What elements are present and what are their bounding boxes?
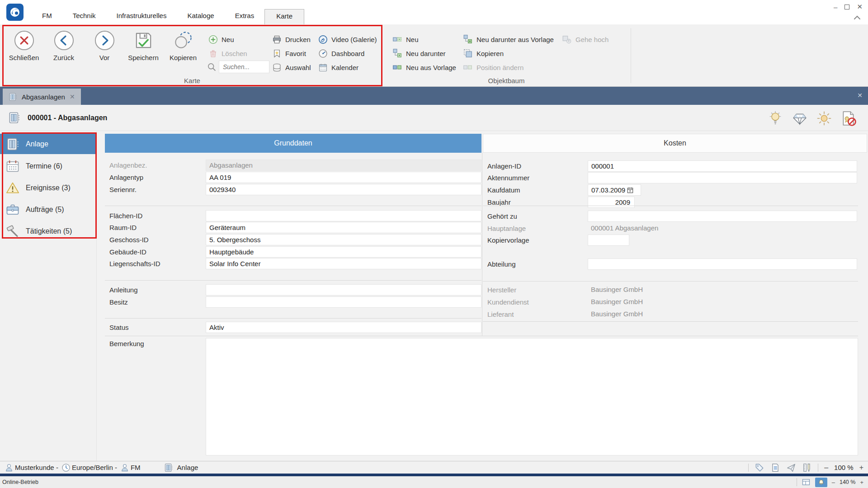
ribbon: Schließen Zurück Vor Speichern Kopieren [0, 24, 868, 87]
forward-button[interactable]: Vor [84, 30, 125, 61]
copy-card-button[interactable]: Kopieren [163, 30, 203, 61]
dashboard-button[interactable]: Dashboard [318, 47, 364, 59]
tree-copy-button[interactable]: Kopieren [463, 47, 504, 59]
document-tab-abgasanlagen[interactable]: Abgasanlagen ✕ [3, 89, 81, 105]
document-tab-close-icon[interactable]: ✕ [70, 93, 75, 100]
elevator-icon [164, 463, 173, 472]
anlagenbez-field: Abgasanlagen [206, 160, 481, 171]
tree-new-below-button[interactable]: Neu darunter [392, 47, 446, 59]
selection-button[interactable]: Auswahl [272, 61, 311, 73]
close-card-button[interactable]: Schließen [4, 30, 44, 61]
tag-icon[interactable] [755, 463, 764, 473]
sidebar-item-ereignisse[interactable]: Ereignisse (3) [0, 178, 97, 198]
tab-fm[interactable]: FM [32, 9, 62, 22]
liegenschafts-id-field[interactable]: Solar Info Center [206, 258, 481, 269]
sun-icon[interactable] [816, 110, 833, 127]
sidebar-item-termine[interactable]: Termine (6) [0, 156, 97, 176]
copy-card-label: Kopieren [170, 54, 197, 61]
calendar-small-icon [318, 63, 328, 72]
ruler-pencil-icon[interactable] [802, 463, 812, 473]
ribbon-group-objektbaum-label: Objektbaum [452, 77, 561, 84]
sidebar-item-label: Termine (6) [26, 162, 62, 170]
hauptanlage-field: 000001 Abgasanlagen [588, 223, 857, 234]
table-icon[interactable] [802, 478, 811, 487]
tree-new-below-label: Neu darunter [406, 50, 446, 57]
gehoert-zu-field[interactable] [588, 211, 857, 222]
send-icon[interactable] [786, 463, 796, 473]
anleitung-field[interactable] [206, 284, 481, 296]
page-title-bar: 000001 - Abgasanlagen [0, 105, 868, 131]
section-header-grunddaten[interactable]: Grunddaten [105, 134, 481, 153]
status-field[interactable]: Aktiv [206, 322, 481, 333]
close-window-button[interactable]: ✕ [857, 3, 863, 11]
print-button[interactable]: Drucken [272, 33, 311, 45]
calendar-button[interactable]: Kalender [318, 61, 359, 73]
minimize-button[interactable]: – [834, 3, 837, 11]
delete-button[interactable]: Löschen [208, 47, 247, 59]
seriennr-field[interactable]: 0029340 [206, 184, 481, 195]
back-label: Zurück [53, 54, 74, 61]
datepicker-icon[interactable] [627, 187, 633, 193]
sidebar-item-anlage[interactable]: Anlage [0, 134, 97, 154]
anlagentyp-field[interactable]: AA 019 [206, 172, 481, 183]
notifications-button[interactable] [815, 478, 827, 487]
tree-go-up-button[interactable]: Gehe hoch [562, 33, 609, 45]
aktennummer-field[interactable] [588, 172, 857, 183]
tree-copy-label: Kopieren [476, 50, 504, 57]
besitz-field[interactable] [206, 296, 481, 308]
abteilung-field[interactable] [588, 258, 857, 270]
elevator-icon [6, 137, 19, 151]
kaufdatum-field[interactable]: 07.03.2009 [588, 184, 641, 196]
diamond-icon[interactable] [791, 110, 808, 127]
favorite-button[interactable]: Favorit [272, 47, 306, 59]
bemerkung-field[interactable] [206, 338, 858, 455]
zoom-out-button[interactable]: – [824, 464, 828, 472]
tree-change-position-button[interactable]: Position ändern [463, 61, 524, 73]
search-input[interactable] [219, 61, 269, 73]
app-zoom-out-button[interactable]: – [832, 479, 835, 486]
separator [483, 281, 858, 282]
tab-extras[interactable]: Extras [225, 9, 265, 22]
gebaeude-id-field[interactable]: Hauptgebäude [206, 246, 481, 258]
calendar-label: Kalender [331, 64, 359, 71]
field-label: Baujahr [487, 197, 585, 208]
flaechen-id-field[interactable] [206, 210, 481, 221]
save-button[interactable]: Speichern [123, 30, 164, 61]
sidebar-item-taetigkeiten[interactable]: Tätigkeiten (5) [0, 221, 97, 241]
separator [483, 321, 858, 322]
tab-kataloge[interactable]: Kataloge [177, 9, 224, 22]
tree-new-button[interactable]: Neu [392, 33, 419, 45]
dashboard-label: Dashboard [331, 50, 364, 57]
document-icon[interactable] [770, 463, 780, 473]
status-role: FM [131, 464, 141, 471]
tab-technik[interactable]: Technik [62, 9, 106, 22]
app-logo-icon[interactable] [6, 4, 24, 21]
tree-new-below-from-template-button[interactable]: Neu darunter aus Vorlage [463, 33, 554, 45]
tab-strip-close-icon[interactable]: ✕ [857, 92, 863, 99]
forward-label: Vor [99, 54, 110, 61]
app-zoom-level: 140 % [840, 479, 855, 485]
certificate-blocked-icon[interactable] [840, 110, 857, 127]
geschoss-id-field[interactable]: 5. Obergeschoss [206, 234, 481, 245]
kopiervorlage-field[interactable] [588, 235, 629, 246]
back-button[interactable]: Zurück [43, 30, 84, 61]
collapse-ribbon-icon[interactable] [854, 15, 861, 20]
zoom-in-button[interactable]: + [859, 464, 863, 472]
tree-new-from-template-button[interactable]: Neu aus Vorlage [392, 61, 456, 73]
baujahr-field[interactable]: 2009 [588, 197, 635, 208]
trash-icon [208, 49, 218, 58]
raum-id-field[interactable]: Geräteraum [206, 222, 481, 233]
sidebar-item-auftraege[interactable]: Aufträge (5) [0, 199, 97, 220]
video-gallery-button[interactable]: Video (Galerie) [318, 33, 377, 45]
section-header-kosten[interactable]: Kosten [483, 134, 867, 153]
new-button[interactable]: Neu [208, 33, 234, 45]
app-zoom-in-button[interactable]: + [860, 479, 863, 486]
session-info: Musterkunde - Europe/Berlin - FM [5, 463, 141, 472]
anlagen-id-field[interactable]: 000001 [588, 160, 857, 172]
maximize-button[interactable] [844, 5, 849, 9]
video-link-icon [318, 35, 328, 44]
forward-circle-icon [94, 30, 115, 51]
search-icon [207, 62, 217, 72]
lightbulb-icon[interactable] [767, 110, 784, 127]
tab-infrastrukturelles[interactable]: Infrastrukturelles [106, 9, 177, 22]
